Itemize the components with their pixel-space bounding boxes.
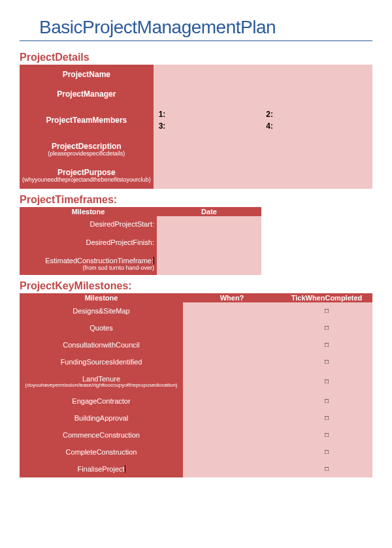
table-row: EngageContractor □ (20, 393, 372, 410)
details-value[interactable]: 1: 2: 3: 4: (154, 104, 372, 137)
ms-tick[interactable]: □ (281, 302, 372, 319)
ms-tick[interactable]: □ (281, 410, 372, 427)
ms-tick[interactable]: □ (281, 393, 372, 410)
table-row: ProjectName (20, 65, 372, 84)
th-milestone: Milestone (20, 207, 157, 216)
label-text: CommenceConstruction (63, 431, 140, 439)
team-member-2[interactable]: 2: (266, 110, 367, 119)
th-when: When? (183, 293, 281, 302)
ms-when[interactable] (183, 427, 281, 443)
table-row: CommenceConstruction □ (20, 427, 372, 443)
ms-tick[interactable]: □ (281, 319, 372, 336)
ms-tick[interactable]: □ (281, 336, 372, 353)
ms-when[interactable] (183, 370, 281, 393)
table-row: BuildingApproval □ (20, 410, 372, 427)
ms-when[interactable] (183, 460, 281, 477)
tf-label: DesiredProjectFinish: (20, 232, 157, 253)
label-sub: (doyouhavepermission/lease/righttooccupy… (22, 383, 180, 388)
table-row: EstimatedConstructionTimeframe: (from so… (20, 253, 261, 275)
team-grid: 1: 2: 3: 4: (159, 110, 367, 131)
ms-when[interactable] (183, 393, 281, 410)
label-text: EngageContractor (72, 397, 130, 405)
table-row: ProjectManager (20, 84, 372, 104)
ms-tick[interactable]: □ (281, 427, 372, 443)
ms-label: EngageContractor (20, 393, 183, 410)
tf-label: DesiredProjectStart: (20, 216, 157, 232)
section-heading-details: ProjectDetails (20, 52, 372, 63)
details-value[interactable] (154, 163, 372, 189)
table-row: FundingSourcesIdentified □ (20, 353, 372, 370)
details-label: ProjectDescription (pleaseprovidespecifi… (20, 137, 154, 163)
th-milestone: Milestone (20, 293, 183, 302)
label-text: ProjectPurpose (57, 168, 116, 177)
ms-tick[interactable]: □ (281, 460, 372, 477)
details-label: ProjectPurpose (whyyouneedtheprojectandt… (20, 163, 154, 189)
tf-value[interactable] (157, 232, 261, 253)
details-value[interactable] (154, 137, 372, 163)
label-sub: (whyyouneedtheprojectandthebenefitstoyou… (22, 177, 151, 184)
section-heading-milestones: ProjectKeyMilestones: (20, 280, 372, 292)
details-label: ProjectName (20, 65, 154, 84)
ms-label: CommenceConstruction (20, 427, 183, 443)
label-text: FinaliseProject (77, 465, 125, 473)
ms-label: ConsultationwithCouncil (20, 336, 183, 353)
team-member-4[interactable]: 4: (266, 121, 367, 131)
ms-label: CompleteConstruction (20, 443, 183, 460)
page-title: BasicProjectManagementPlan (39, 17, 372, 38)
table-row: FinaliseProject □ (20, 460, 372, 477)
table-row: ProjectTeamMembers 1: 2: 3: 4: (20, 104, 372, 137)
th-tick: TickWhenCompleted (281, 293, 372, 302)
label-text: CompleteConstruction (66, 448, 137, 456)
table-row: Quotes □ (20, 319, 372, 336)
ms-when[interactable] (183, 353, 281, 370)
label-sub: (from sod turnto hand-over) (22, 265, 154, 271)
label-text: DesiredProjectFinish: (86, 238, 154, 246)
table-row: ConsultationwithCouncil □ (20, 336, 372, 353)
label-sub: (pleaseprovidespecificdetails) (22, 151, 151, 157)
table-row: ProjectPurpose (whyyouneedtheprojectandt… (20, 163, 372, 189)
table-row: Designs&SiteMap □ (20, 302, 372, 319)
team-member-1[interactable]: 1: (159, 110, 260, 119)
table-header-row: Milestone When? TickWhenCompleted (20, 293, 372, 302)
ms-when[interactable] (183, 319, 281, 336)
ms-tick[interactable]: □ (281, 443, 372, 460)
th-date: Date (157, 207, 261, 216)
label-text: DesiredProjectStart: (90, 220, 154, 228)
ms-label: LandTenure (doyouhavepermission/lease/ri… (20, 370, 183, 393)
ms-when[interactable] (183, 336, 281, 353)
ms-tick[interactable]: □ (281, 370, 372, 393)
ms-label: Designs&SiteMap (20, 302, 183, 319)
details-value[interactable] (154, 65, 372, 84)
timeframes-container: Milestone Date DesiredProjectStart: Desi… (20, 207, 261, 275)
table-row: DesiredProjectFinish: (20, 232, 261, 253)
details-label: ProjectManager (20, 84, 154, 104)
ms-label: Quotes (20, 319, 183, 336)
label-text: Quotes (90, 324, 112, 332)
label-text: ProjectTeamMembers (46, 116, 127, 125)
label-text: ProjectDescription (52, 142, 122, 151)
title-rule (20, 40, 372, 41)
label-text: LandTenure (82, 375, 120, 383)
timeframes-header: Milestone Date (20, 207, 261, 216)
ms-when[interactable] (183, 443, 281, 460)
project-details-table: ProjectName ProjectManager ProjectTeamMe… (20, 65, 372, 189)
ms-when[interactable] (183, 302, 281, 319)
details-label: ProjectTeamMembers (20, 104, 154, 137)
section-heading-timeframes: ProjectTimeframes: (20, 194, 372, 206)
tf-label: EstimatedConstructionTimeframe: (from so… (20, 253, 157, 275)
table-row: DesiredProjectStart: (20, 216, 261, 232)
label-text: ProjectName (63, 70, 110, 79)
details-value[interactable] (154, 84, 372, 104)
tf-value[interactable] (157, 253, 261, 275)
label-text: FundingSourcesIdentified (61, 358, 142, 366)
table-row: CompleteConstruction □ (20, 443, 372, 460)
team-member-3[interactable]: 3: (159, 121, 260, 131)
page-container: BasicProjectManagementPlan ProjectDetail… (0, 0, 392, 489)
tf-value[interactable] (157, 216, 261, 232)
ms-when[interactable] (183, 410, 281, 427)
ms-label: FinaliseProject (20, 460, 183, 477)
label-text: BuildingApproval (74, 414, 129, 422)
ms-tick[interactable]: □ (281, 353, 372, 370)
label-text: Designs&SiteMap (73, 307, 129, 315)
table-row: LandTenure (doyouhavepermission/lease/ri… (20, 370, 372, 393)
